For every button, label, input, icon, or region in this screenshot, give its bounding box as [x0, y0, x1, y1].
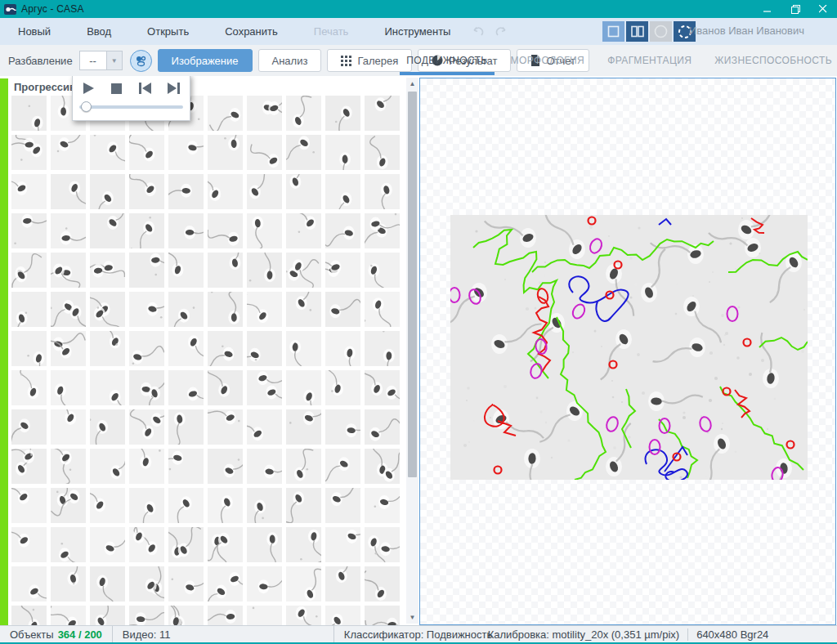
gallery-scrollbar[interactable]: ▲ ▼ [406, 78, 418, 624]
gallery-button[interactable]: Галерея [327, 49, 412, 72]
menu-open[interactable]: Открыть [147, 25, 189, 38]
scrollbar-thumb[interactable] [408, 92, 417, 477]
menu-bar: Новый Ввод Открыть Сохранить Печать Инст… [0, 18, 837, 45]
scroll-down-icon[interactable]: ▼ [406, 611, 418, 624]
dilution-label: Разбавление [8, 55, 73, 67]
play-button[interactable] [83, 82, 95, 95]
close-button[interactable] [809, 0, 837, 18]
minimize-button[interactable] [754, 0, 781, 18]
menu-print[interactable]: Печать [314, 25, 349, 38]
video-player-popup [72, 76, 190, 121]
redo-icon[interactable] [495, 26, 508, 38]
analysis-button[interactable]: Анализ [258, 49, 322, 72]
view-circle-button[interactable] [650, 21, 672, 42]
status-bar: Объекты 364 / 200 Видео: 11 Классификато… [0, 625, 837, 642]
thumbnail-grid[interactable] [11, 96, 401, 625]
scroll-up-icon[interactable]: ▲ [406, 78, 418, 90]
gallery-panel: Прогрессивны ▲ ▼ [0, 76, 419, 625]
skip-start-button[interactable] [139, 83, 151, 94]
tab-motility[interactable]: ПОДВИЖНОСТЬ [406, 45, 487, 76]
calibration-status: Калибровка: motility_20x (0,351 µm/pix) [488, 628, 680, 641]
dilution-select[interactable]: -- [79, 51, 107, 70]
tab-morphology[interactable]: МОРФОЛОГИЯ [511, 45, 585, 76]
view-split-button[interactable] [626, 21, 648, 42]
user-name: Иванов Иван Иванович [689, 25, 804, 37]
tab-fragmentation[interactable]: ФРАГМЕНТАЦИЯ [607, 45, 692, 76]
skip-end-button[interactable] [168, 83, 180, 94]
cells-tool-button[interactable] [130, 50, 152, 72]
grid-icon [341, 56, 351, 66]
analysis-tabs: ПОДВИЖНОСТЬ МОРФОЛОГИЯ ФРАГМЕНТАЦИЯ ЖИЗН… [406, 45, 835, 76]
dilution-dropdown-arrow-icon[interactable]: ▼ [107, 51, 123, 70]
video-count: Видео: 11 [113, 626, 333, 643]
undo-icon[interactable] [472, 26, 485, 38]
stop-button[interactable] [111, 83, 122, 94]
slider-knob[interactable] [81, 101, 92, 112]
tab-viability[interactable]: ЖИЗНЕСПОСОБНОСТЬ [714, 45, 832, 76]
window-title: Аргус - CASA [21, 3, 84, 15]
maximize-button[interactable] [781, 0, 809, 18]
app-logo-icon [4, 4, 16, 15]
title-bar: Аргус - CASA [0, 0, 837, 18]
image-view-button[interactable]: Изображение [158, 49, 253, 72]
video-position-slider[interactable] [79, 101, 183, 113]
menu-tools[interactable]: Инструменты [384, 25, 450, 38]
objects-count: 364 / 200 [58, 628, 102, 641]
viewer-panel [419, 78, 836, 625]
image-format-status: 640x480 Bgr24 [696, 628, 768, 641]
view-single-button[interactable] [602, 21, 624, 42]
microscopy-image[interactable] [450, 215, 808, 480]
menu-input[interactable]: Ввод [87, 25, 111, 38]
menu-save[interactable]: Сохранить [225, 25, 278, 38]
class-color-bar [0, 78, 8, 625]
app-window: Аргус - CASA Новый Ввод Открыть Сохранит… [0, 0, 837, 644]
menu-new[interactable]: Новый [18, 25, 51, 38]
objects-label: Объекты [10, 628, 54, 641]
